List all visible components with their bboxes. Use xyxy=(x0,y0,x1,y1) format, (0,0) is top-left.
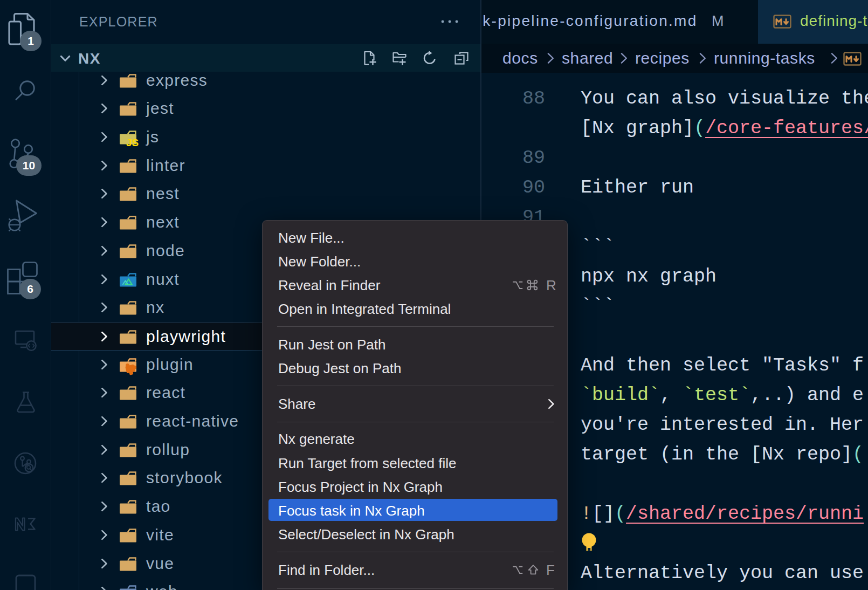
svg-text:JS: JS xyxy=(126,137,139,148)
